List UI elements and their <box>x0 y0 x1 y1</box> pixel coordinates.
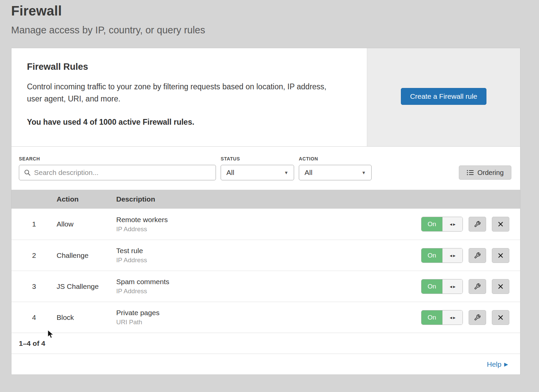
toggle-on-label[interactable]: On <box>421 279 442 294</box>
rule-description-cell: Test rule IP Address <box>116 247 406 264</box>
edit-rule-button[interactable] <box>469 248 486 263</box>
rule-description-cell: Private pages URI Path <box>116 309 406 326</box>
wrench-icon <box>474 252 481 259</box>
ordering-button[interactable]: Ordering <box>459 165 511 180</box>
action-select-value: All <box>305 169 312 177</box>
toggle-arrows-icon[interactable]: ◂▸ <box>442 248 463 263</box>
action-label: ACTION <box>299 156 372 161</box>
close-icon <box>498 221 504 227</box>
rules-usage-count: You have used 4 of 1000 active Firewall … <box>27 118 340 127</box>
rule-controls: On ◂▸ <box>406 310 520 325</box>
delete-rule-button[interactable] <box>492 310 509 325</box>
rule-description-cell: Spam comments IP Address <box>116 278 406 295</box>
rule-description: Test rule <box>116 247 406 255</box>
rule-action: Allow <box>57 220 116 228</box>
search-label: SEARCH <box>19 156 216 161</box>
create-firewall-rule-button[interactable]: Create a Firewall rule <box>401 88 486 105</box>
search-icon <box>24 169 31 176</box>
header-action: Action <box>57 195 116 203</box>
rule-description: Private pages <box>116 309 406 317</box>
rule-match-type: IP Address <box>116 257 406 264</box>
table-header: Action Description <box>11 190 520 209</box>
rule-description-cell: Remote workers IP Address <box>116 216 406 233</box>
rule-enabled-toggle[interactable]: On ◂▸ <box>421 248 463 263</box>
rule-match-type: IP Address <box>116 288 406 295</box>
toggle-on-label[interactable]: On <box>421 248 442 263</box>
table-row: 2 Challenge Test rule IP Address On ◂▸ <box>11 240 520 271</box>
action-select[interactable]: All ▼ <box>299 165 372 180</box>
rule-controls: On ◂▸ <box>406 248 520 263</box>
delete-rule-button[interactable] <box>492 217 509 232</box>
rules-description: Control incoming traffic to your zone by… <box>27 81 340 105</box>
page-subtitle: Manage access by IP, country, or query r… <box>11 25 520 36</box>
pagination: 1–4 of 4 <box>11 333 520 354</box>
help-arrow-icon: ▶ <box>504 361 508 367</box>
firewall-rules-card: Firewall Rules Control incoming traffic … <box>11 48 520 375</box>
close-icon <box>498 314 504 321</box>
rule-match-type: IP Address <box>116 225 406 233</box>
toggle-arrows-icon[interactable]: ◂▸ <box>442 217 463 231</box>
page-title: Firewall <box>11 3 520 19</box>
search-filter-group: SEARCH <box>19 156 216 180</box>
table-row: 1 Allow Remote workers IP Address On ◂▸ <box>11 209 520 240</box>
delete-rule-button[interactable] <box>492 279 509 294</box>
create-rule-panel: Create a Firewall rule <box>367 48 520 146</box>
rule-action: Block <box>57 313 116 322</box>
rule-action: JS Challenge <box>57 282 116 291</box>
close-icon <box>498 283 504 290</box>
close-icon <box>498 252 504 259</box>
rule-priority: 4 <box>11 313 57 322</box>
rule-controls: On ◂▸ <box>406 279 520 294</box>
edit-rule-button[interactable] <box>469 279 486 294</box>
rule-enabled-toggle[interactable]: On ◂▸ <box>421 310 463 325</box>
table-row: 3 JS Challenge Spam comments IP Address … <box>11 271 520 302</box>
status-select[interactable]: All ▼ <box>221 165 294 180</box>
rule-action: Challenge <box>57 251 116 260</box>
rule-enabled-toggle[interactable]: On ◂▸ <box>421 217 463 232</box>
rule-description: Remote workers <box>116 216 406 224</box>
chevron-down-icon: ▼ <box>284 170 288 175</box>
edit-rule-button[interactable] <box>469 217 486 232</box>
wrench-icon <box>474 221 481 228</box>
card-top-section: Firewall Rules Control incoming traffic … <box>11 48 520 147</box>
filters-bar: SEARCH STATUS All ▼ ACTION All ▼ <box>11 147 520 190</box>
rule-enabled-toggle[interactable]: On ◂▸ <box>421 279 463 294</box>
firewall-page: Firewall Manage access by IP, country, o… <box>0 0 539 375</box>
rule-description: Spam comments <box>116 278 406 286</box>
rule-priority: 1 <box>11 220 57 228</box>
table-row: 4 Block Private pages URI Path On ◂▸ <box>11 302 520 333</box>
rules-heading: Firewall Rules <box>27 62 340 72</box>
rule-priority: 3 <box>11 282 57 291</box>
help-link[interactable]: Help ▶ <box>487 360 508 368</box>
search-input[interactable] <box>34 169 211 177</box>
header-description: Description <box>116 195 406 203</box>
edit-rule-button[interactable] <box>469 310 486 325</box>
ordering-list-icon <box>467 169 474 176</box>
status-label: STATUS <box>221 156 294 161</box>
rules-info: Firewall Rules Control incoming traffic … <box>11 48 367 146</box>
rule-match-type: URI Path <box>116 319 406 326</box>
toggle-arrows-icon[interactable]: ◂▸ <box>442 279 463 294</box>
pagination-range: 1–4 of 4 <box>19 339 45 348</box>
search-box <box>19 165 216 180</box>
delete-rule-button[interactable] <box>492 248 509 263</box>
rule-controls: On ◂▸ <box>406 217 520 232</box>
rule-priority: 2 <box>11 251 57 260</box>
chevron-down-icon: ▼ <box>361 170 366 175</box>
toggle-on-label[interactable]: On <box>421 310 442 325</box>
action-filter-group: ACTION All ▼ <box>299 156 372 180</box>
toggle-on-label[interactable]: On <box>421 217 442 231</box>
status-select-value: All <box>226 169 234 177</box>
toggle-arrows-icon[interactable]: ◂▸ <box>442 310 463 325</box>
help-label: Help <box>487 360 501 368</box>
wrench-icon <box>474 283 481 290</box>
ordering-label: Ordering <box>477 169 504 177</box>
wrench-icon <box>474 314 481 321</box>
card-footer: Help ▶ <box>11 354 520 374</box>
status-filter-group: STATUS All ▼ <box>221 156 294 180</box>
